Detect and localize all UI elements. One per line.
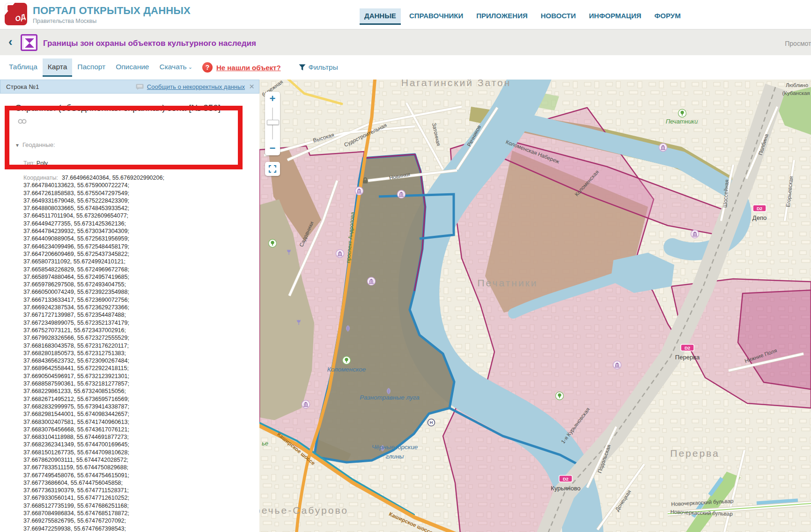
tab[interactable]: Описание — [111, 58, 154, 77]
tree-icon — [556, 392, 564, 400]
coordinate-line: 37.6644090889054, 55.6725631956959; — [23, 235, 225, 242]
zoom-out-button[interactable]: − — [265, 141, 280, 155]
coordinate-line: 37.6672349899075, 55.6723521374179; — [23, 319, 225, 327]
zoom-slider[interactable] — [265, 106, 280, 141]
tab[interactable]: Скачать ⌄ — [155, 58, 198, 77]
map-svg: H — [259, 80, 811, 532]
top-nav-item[interactable]: НОВОСТИ — [536, 8, 581, 25]
coordinate-line: 37.6658974880464, 55.6724957419685; — [23, 273, 225, 281]
coordinates-list: Координаты:37.664966240364, 55.676920299… — [23, 174, 225, 532]
tree-icon — [343, 357, 351, 364]
zoom-slider-handle[interactable] — [267, 120, 279, 125]
museum-icon — [355, 187, 363, 195]
geometry-type-row: Тип: Poly — [23, 160, 48, 167]
museum-icon — [368, 277, 376, 285]
coordinate-line: 37.66773686604, 55.6744756045858; — [23, 479, 225, 487]
museum-icon — [613, 361, 621, 369]
record-panel: Строка №1 Сообщить о некорректных данных… — [0, 80, 259, 532]
caret-down-icon: ⌄ — [187, 64, 192, 70]
record-title-text: Охранная (объединенная охранная) зона [№… — [15, 103, 221, 113]
tab[interactable]: Таблица — [4, 58, 43, 77]
back-button[interactable]: ‹ — [8, 35, 13, 48]
zoom-in-button[interactable]: + — [265, 92, 280, 106]
coordinate-line: 37.6683002407581, 55.6741740960613; — [23, 418, 225, 426]
dataset-icon[interactable] — [21, 34, 37, 51]
map-canvas[interactable]: H — [259, 80, 811, 532]
top-nav: ДАННЫЕСПРАВОЧНИКИПРИЛОЖЕНИЯНОВОСТИИНФОРМ… — [360, 8, 686, 25]
coordinate-line: 37.6669242387534, 55.6723629273366; — [23, 304, 225, 311]
permalink-icon[interactable] — [18, 115, 27, 128]
funnel-icon — [299, 64, 306, 71]
type-value: Poly — [37, 160, 48, 167]
coordinate-line: 37.6677363190379, 55.6747711528371; — [23, 487, 225, 494]
collapse-triangle-icon: ▼ — [15, 143, 20, 148]
coordinate-line: 37.669472259938, 55.6747667398543; — [23, 525, 225, 532]
dataset-icon-glyph — [23, 37, 36, 49]
dataset-title: Границы зон охраны объектов культурного … — [43, 39, 256, 48]
museum-icon — [336, 250, 344, 258]
panel-header-actions: Сообщить о некорректных данных × — [136, 82, 259, 91]
coordinate-line: 37.668229861233, 55.6732408515056; — [23, 387, 225, 395]
report-incorrect-data-link[interactable]: Сообщить о некорректных данных — [147, 83, 245, 90]
tree-icon — [678, 109, 686, 117]
filters-button[interactable]: Фильтры — [299, 63, 338, 72]
close-icon[interactable]: × — [248, 82, 255, 91]
coordinate-line: 37.665807311092, 55.6724992410121; — [23, 258, 225, 265]
coords-label: Координаты: — [23, 175, 58, 181]
map-nature-label: глины — [386, 453, 404, 460]
top-nav-item[interactable]: СПРАВОЧНИКИ — [405, 8, 468, 25]
coordinate-line: 37.6647840133623, 55.6759000722274; — [23, 182, 225, 189]
coordinate-line: 37.667527073121, 55.6723437002916; — [23, 327, 225, 334]
map-district-label: Нагатинский Затон — [401, 80, 511, 88]
coordinate-line: 37.6649331679048, 55.6752228423309; — [23, 197, 225, 204]
museum-icon — [302, 401, 310, 408]
fullscreen-button[interactable] — [265, 162, 280, 176]
station-name: Курьяново — [551, 485, 580, 492]
help-icon[interactable]: ? — [202, 62, 213, 73]
map-nature-label: ье — [262, 440, 268, 447]
station-badge-text: D2 — [563, 476, 568, 481]
map-zoom-control: + − — [265, 92, 280, 155]
site-header: ОД ПОРТАЛ ОТКРЫТЫХ ДАННЫХ Правительства … — [0, 0, 811, 29]
breadcrumb-bar: ‹ Границы зон охраны объектов культурног… — [0, 29, 811, 56]
fullscreen-icon — [269, 165, 276, 173]
coordinate-line: 37.6690504596917, 55.6732123921301; — [23, 372, 225, 380]
coordinate-line: 37.6682362341349, 55.6744700169645; — [23, 441, 225, 448]
tree-icon — [269, 240, 277, 248]
coordinate-line: 37.6671727139987, 55.672354487488; — [23, 311, 225, 319]
coordinate-line: 37.6684365623732, 55.6723090267484; — [23, 357, 225, 364]
coordinate-line: 37.6681501267735, 55.6744709810628; — [23, 449, 225, 456]
geodata-toggle[interactable]: ▼Геоданные: — [15, 141, 55, 148]
map-nature-label: Печатники — [666, 118, 698, 125]
coordinate-line: 37.664494277355, 55.6731425362136; — [23, 220, 225, 227]
map-district-label: Перерва — [670, 448, 719, 459]
geodata-label: Геоданные: — [22, 141, 55, 148]
coordinate-line: 37.6679928326566, 55.6723272555529; — [23, 334, 225, 342]
map-street-label: (Кубанская — [782, 90, 810, 96]
logo-bubble-icon — [7, 5, 15, 11]
logo-abbr: ОД — [14, 12, 26, 23]
tab[interactable]: Паспорт — [72, 58, 111, 77]
station-badge-text: D2 — [757, 206, 762, 211]
station-name: Перерва — [675, 354, 700, 361]
type-label: Тип: — [23, 160, 35, 167]
station-badge-text: D2 — [685, 345, 690, 350]
coordinate-line: 37.6647206609469, 55.6725437345822; — [23, 250, 225, 258]
tab[interactable]: Карта — [43, 58, 72, 77]
map-nature-label: Коломенское — [327, 366, 366, 373]
coordinate-line: 37.6682981544001, 55.6740983442657; — [23, 410, 225, 418]
coordinate-line: 37.6682671495212, 55.6736595716569; — [23, 395, 225, 403]
coordinate-line: 37.6692755826795, 55.674767207092; — [23, 517, 225, 525]
top-nav-item[interactable]: ИНФОРМАЦИЯ — [584, 8, 646, 25]
logo-cube-icon: ОД — [5, 3, 27, 25]
object-not-found-link[interactable]: Не нашли объект? — [216, 64, 281, 72]
coordinate-line: 37.6647261858583, 55.6755047297549; — [23, 189, 225, 197]
coordinate-line: 37.6660500074249, 55.6723922354988; — [23, 288, 225, 296]
portal-logo[interactable]: ОД ПОРТАЛ ОТКРЫТЫХ ДАННЫХ Правительства … — [5, 3, 191, 25]
top-nav-item[interactable]: ДАННЫЕ — [360, 8, 401, 25]
top-nav-item[interactable]: ФОРУМ — [650, 8, 686, 25]
coordinate-line: 37.6677833511159, 55.6744750829688; — [23, 464, 225, 471]
top-nav-item[interactable]: ПРИЛОЖЕНИЯ — [472, 8, 532, 25]
logo-text: ПОРТАЛ ОТКРЫТЫХ ДАННЫХ Правительства Мос… — [33, 3, 191, 25]
museum-icon — [691, 230, 699, 238]
